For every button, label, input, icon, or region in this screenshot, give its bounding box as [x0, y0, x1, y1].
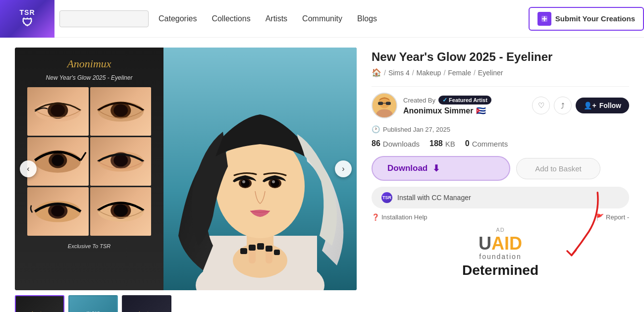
clock-icon: 🕐 — [372, 125, 380, 133]
logo-text: TSR — [20, 8, 35, 16]
breadcrumb-sims4[interactable]: Sims 4 — [388, 69, 410, 77]
help-row: ❓ Installation Help 🚩 Report - — [372, 213, 629, 221]
tsr-logo-small: TSR — [381, 192, 392, 203]
svg-rect-47 — [386, 102, 391, 105]
svg-point-6 — [113, 104, 128, 117]
main-nav: Categories Collections Artists Community… — [159, 14, 529, 23]
ad-section: AD UAID foundation Determined — [372, 227, 629, 278]
report-link[interactable]: 🚩 Report - — [596, 213, 629, 221]
nav-artists[interactable]: Artists — [266, 14, 287, 23]
nav-collections[interactable]: Collections — [212, 14, 250, 23]
next-button[interactable]: › — [335, 160, 352, 177]
artist-row: Created By ✓ Featured Artist Anonimux Si… — [372, 93, 629, 118]
comments-count: 0 — [465, 139, 470, 148]
search-input[interactable] — [59, 10, 149, 27]
artist-flag-icon: 🇨🇺 — [476, 106, 486, 115]
svg-rect-34 — [240, 248, 247, 254]
eye-cell-1 — [27, 87, 89, 136]
comments-stat: 0 Comments — [465, 139, 508, 148]
avatar[interactable] — [372, 93, 397, 118]
image-left-panel: Anonimux New Year's Glow 2025 - Eyeliner — [15, 48, 163, 290]
thumbnail-3[interactable]: Anonimux — [122, 295, 171, 312]
header: TSR 🛡 Categories Collections Artists Com… — [0, 0, 644, 38]
main-image: Anonimux New Year's Glow 2025 - Eyeliner — [15, 48, 357, 290]
eye-cell-3 — [27, 137, 89, 186]
submit-icon — [537, 12, 551, 26]
svg-point-15 — [51, 206, 64, 217]
nav-blogs[interactable]: Blogs — [357, 14, 377, 23]
svg-point-9 — [52, 155, 64, 166]
breadcrumb-home-icon[interactable]: 🏠 — [372, 68, 381, 77]
download-button[interactable]: Download ⬇ — [372, 156, 510, 181]
logo-area[interactable]: TSR 🛡 — [0, 0, 54, 38]
nav-community[interactable]: Community — [302, 14, 342, 23]
cc-manager-button[interactable]: TSR Install with CC Manager — [372, 187, 629, 208]
share-button[interactable]: ⤴ — [554, 97, 572, 114]
created-by-row: Created By ✓ Featured Artist — [403, 96, 526, 104]
downloads-label: Downloads — [383, 140, 420, 148]
size-unit: KB — [445, 140, 455, 148]
download-label: Download — [387, 163, 428, 173]
logo-shield-icon: 🛡 — [22, 16, 33, 29]
help-icon: ❓ — [372, 213, 379, 221]
breadcrumb-makeup[interactable]: Makeup — [417, 69, 441, 77]
like-button[interactable]: ♡ — [532, 97, 550, 114]
artist-name-text: Anonimux Simmer — [403, 106, 473, 115]
svg-point-30 — [270, 179, 279, 187]
search-area — [59, 10, 149, 27]
ad-logo: UAID foundation — [372, 235, 629, 260]
thumbnails: Anonimux IN CAS Anonimux — [15, 295, 357, 312]
submit-label: Submit Your Creations — [555, 14, 635, 23]
add-to-basket-button[interactable]: Add to Basket — [516, 158, 600, 179]
thumbnail-1[interactable]: Anonimux — [15, 295, 64, 312]
breadcrumb-female[interactable]: Female — [448, 69, 471, 77]
flag-icon: 🚩 — [596, 213, 604, 221]
svg-point-31 — [272, 180, 275, 183]
eye-cell-6 — [90, 187, 152, 236]
cc-manager-label: Install with CC Manager — [397, 194, 471, 202]
eye-grid — [27, 87, 151, 236]
featured-label: Featured Artist — [449, 97, 487, 103]
ad-foundation-text: foundation — [479, 253, 521, 260]
follow-button[interactable]: 👤+ Follow — [576, 98, 629, 113]
follow-plus-icon: 👤+ — [584, 102, 596, 109]
help-label: Installation Help — [381, 213, 428, 221]
prev-button[interactable]: ‹ — [20, 160, 37, 177]
ad-label: AD — [372, 227, 629, 233]
artist-name: Anonimux Simmer 🇨🇺 — [403, 106, 526, 115]
stats-row: 86 Downloads 188 KB 0 Comments — [372, 139, 629, 148]
svg-point-12 — [113, 155, 128, 167]
svg-rect-42 — [274, 250, 280, 255]
image-right-panel — [163, 48, 357, 290]
svg-point-3 — [51, 104, 65, 117]
svg-rect-40 — [266, 246, 272, 252]
nav-categories[interactable]: Categories — [159, 14, 197, 23]
info-panel: New Year's Glow 2025 - Eyeliner 🏠 / Sims… — [372, 48, 629, 302]
ad-logo-text: UAID — [479, 235, 522, 253]
installation-help-link[interactable]: ❓ Installation Help — [372, 213, 428, 221]
thumbnail-2[interactable]: IN CAS — [68, 295, 118, 312]
exclusive-text: Exclusive To TSR — [68, 243, 110, 249]
svg-point-18 — [113, 205, 128, 217]
product-title: New Year's Glow 2025 - Eyeliner — [372, 50, 629, 64]
downloads-count: 86 — [372, 139, 380, 148]
gallery: Anonimux New Year's Glow 2025 - Eyeliner — [15, 48, 357, 302]
follow-label: Follow — [599, 102, 621, 109]
eye-cell-5 — [27, 187, 89, 236]
svg-point-27 — [242, 180, 245, 183]
svg-rect-36 — [249, 245, 256, 251]
main-content: Anonimux New Year's Glow 2025 - Eyeliner — [0, 38, 644, 312]
size-value: 188 — [429, 139, 443, 148]
artist-info: Created By ✓ Featured Artist Anonimux Si… — [403, 96, 526, 115]
item-title-overlay: New Year's Glow 2025 - Eyeliner — [46, 74, 133, 81]
breadcrumb-eyeliner[interactable]: Eyeliner — [478, 69, 503, 77]
breadcrumb: 🏠 / Sims 4 / Makeup / Female / Eyeliner — [372, 68, 629, 77]
creator-name-gold: Anonimux — [67, 57, 111, 70]
divider-1 — [372, 86, 629, 87]
featured-check-icon: ✓ — [442, 97, 447, 104]
eye-cell-2 — [90, 87, 152, 136]
ad-determined-text: Determined — [372, 262, 629, 278]
submit-creations-button[interactable]: Submit Your Creations — [529, 7, 644, 31]
created-by-label: Created By — [403, 97, 435, 104]
action-icons: ♡ ⤴ 👤+ Follow — [532, 97, 629, 114]
